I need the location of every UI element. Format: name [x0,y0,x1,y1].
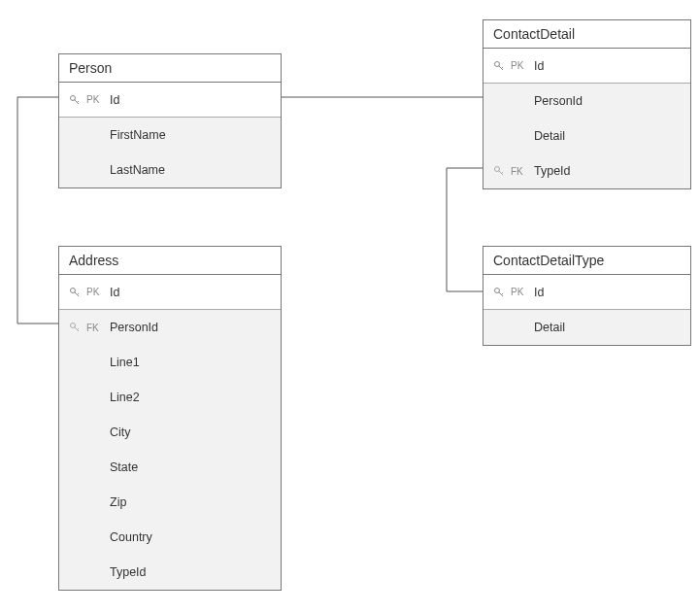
table-title: Person [69,60,112,76]
diagram-canvas: Person PK Id FirstName LastName Contact [0,0,700,613]
key-icon [63,94,86,106]
pk-label: PK [86,287,108,297]
fk-label: FK [511,166,532,177]
column-name: City [108,426,281,439]
column-name: TypeId [108,565,281,579]
table-row[interactable]: Detail [483,310,690,345]
column-name: Line2 [108,391,281,404]
column-name: PersonId [108,321,281,334]
table-row[interactable]: PK Id [483,49,690,84]
column-name: FirstName [108,128,281,142]
column-name: Country [108,530,281,544]
table-row[interactable]: City [59,415,281,450]
table-row[interactable]: FK TypeId [483,153,690,188]
column-name: Detail [532,321,690,334]
table-header: Address [59,247,281,275]
table-row[interactable]: State [59,450,281,485]
table-row[interactable]: Line1 [59,345,281,380]
column-name: LastName [108,163,281,177]
key-icon [487,287,511,298]
key-icon [63,322,86,333]
pk-label: PK [86,94,108,105]
key-icon [63,287,86,298]
key-icon [487,60,511,72]
table-title: ContactDetail [493,26,575,42]
table-row[interactable]: LastName [59,153,281,187]
table-header: ContactDetail [483,20,690,49]
column-name: PersonId [532,94,690,108]
pk-label: PK [511,60,532,71]
column-name: Detail [532,129,690,143]
table-row[interactable]: PersonId [483,84,690,119]
table-row[interactable]: FirstName [59,118,281,153]
table-row[interactable]: TypeId [59,555,281,590]
table-contact-detail-type[interactable]: ContactDetailType PK Id Detail [483,246,691,346]
column-name: Zip [108,495,281,509]
column-name: Id [108,286,281,299]
table-row[interactable]: Zip [59,485,281,520]
table-row[interactable]: Detail [483,119,690,153]
table-header: ContactDetailType [483,247,690,275]
table-row[interactable]: FK PersonId [59,310,281,345]
column-name: Id [108,93,281,107]
column-name: State [108,460,281,474]
table-row[interactable]: PK Id [59,83,281,118]
table-address[interactable]: Address PK Id FK PersonId Line1 [58,246,282,591]
table-title: ContactDetailType [493,253,604,268]
table-row[interactable]: Line2 [59,380,281,415]
column-name: Id [532,59,690,73]
column-name: Id [532,286,690,299]
table-row[interactable]: PK Id [59,275,281,310]
pk-label: PK [511,287,532,297]
table-header: Person [59,54,281,83]
table-person[interactable]: Person PK Id FirstName LastName [58,53,282,188]
column-name: Line1 [108,356,281,369]
table-row[interactable]: Country [59,520,281,555]
fk-label: FK [86,323,108,333]
table-row[interactable]: PK Id [483,275,690,310]
key-icon [487,165,511,177]
table-title: Address [69,253,118,268]
column-name: TypeId [532,164,690,178]
table-contact-detail[interactable]: ContactDetail PK Id PersonId Detail [483,19,691,189]
